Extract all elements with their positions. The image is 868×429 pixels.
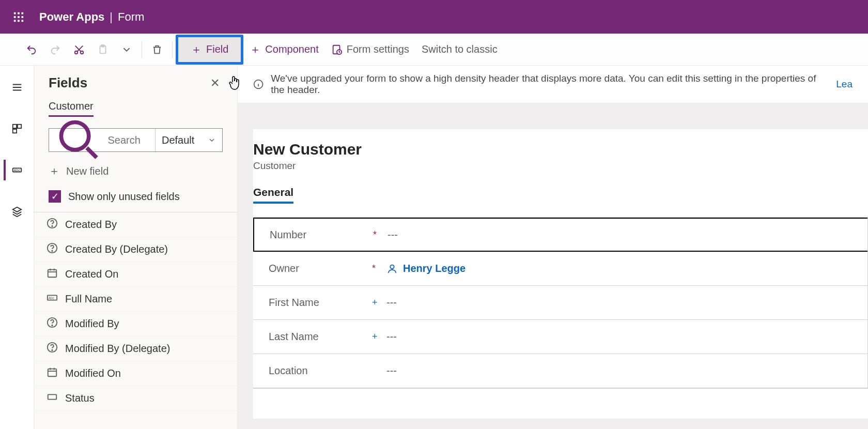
info-link[interactable]: Lea [836,79,853,90]
form-settings-icon [331,44,343,55]
svg-point-9 [75,51,78,54]
field-list-item[interactable]: Modified By (Delegate) [34,336,237,361]
add-component-button[interactable]: ＋ Component [243,34,324,65]
info-text: We've upgraded your form to show a high … [271,73,819,96]
delete-button[interactable] [145,34,169,65]
field-list-item[interactable]: Created By [34,212,237,237]
canvas-scroll[interactable]: New Customer Customer General Number*---… [238,103,868,429]
new-field-button[interactable]: ＋ New field [49,163,237,179]
form-field-row[interactable]: Owner*Henry Legge [253,252,867,286]
field-item-label: Created By (Delegate) [65,243,168,255]
field-item-label: Full Name [65,293,112,305]
svg-rect-32 [48,369,57,377]
field-list-item[interactable]: AbcFull Name [34,287,237,312]
box-icon [47,391,58,405]
field-label: First Name [269,297,372,309]
field-value-person[interactable]: Henry Legge [386,263,466,274]
add-field-button[interactable]: ＋ Field [176,35,243,65]
paste-dropdown[interactable] [115,34,138,65]
svg-rect-33 [48,394,57,399]
field-value[interactable]: --- [386,297,397,309]
field-list-item[interactable]: Modified On [34,361,237,386]
required-indicator: + [372,297,386,308]
paste-button[interactable] [91,34,115,65]
svg-point-29 [52,325,52,326]
fields-search-row: Default [49,128,223,152]
show-unused-checkbox[interactable]: ✓ Show only unused fields [49,190,237,203]
layers-rail-button[interactable] [5,201,29,222]
field-item-label: Status [65,392,95,404]
svg-text:Abc: Abc [49,296,55,300]
app-divider: | [110,10,113,24]
field-list-item[interactable]: Status [34,386,237,411]
app-page[interactable]: Form [118,10,144,24]
form-tab-general[interactable]: General [253,186,293,204]
field-item-label: Modified By [65,318,119,330]
form-field-row[interactable]: Location--- [253,354,867,388]
form-field-row[interactable]: First Name+--- [253,286,867,320]
cal-icon [47,366,58,380]
svg-rect-3 [14,16,16,18]
svg-text:Abc: Abc [13,168,20,173]
left-rail: Abc [0,66,34,429]
field-item-label: Created By [65,219,117,231]
add-component-label: Component [265,43,318,55]
svg-point-22 [52,226,52,226]
cal-icon [47,267,58,281]
field-list-item[interactable]: Created On [34,262,237,287]
svg-rect-15 [12,125,16,128]
form-settings-button[interactable]: Form settings [325,34,415,65]
form-subtitle: Customer [253,160,868,172]
fields-search[interactable] [49,129,155,151]
fields-filter-dropdown[interactable]: Default [155,129,222,151]
fields-rail-button[interactable]: Abc [4,160,28,180]
canvas: We've upgraded your form to show a high … [238,66,868,429]
undo-button[interactable] [20,34,43,65]
redo-button[interactable] [43,34,67,65]
q-icon [47,342,58,356]
svg-point-10 [81,51,84,54]
fields-pane-title: Fields [49,75,87,91]
info-bar: We've upgraded your form to show a high … [238,66,868,103]
field-item-label: Modified By (Delegate) [65,343,170,355]
svg-rect-7 [18,20,20,22]
components-rail-button[interactable] [5,118,29,139]
fields-search-input[interactable] [108,134,156,146]
svg-rect-6 [14,20,16,22]
form-field-row[interactable]: Number*--- [253,218,867,252]
svg-rect-2 [22,12,24,14]
fields-list: Created ByCreated By (Delegate)Created O… [34,212,237,411]
field-value[interactable]: --- [386,331,397,343]
field-value[interactable]: --- [386,365,397,377]
search-icon [55,116,103,164]
plus-icon: ＋ [250,42,261,57]
svg-rect-25 [48,270,57,278]
close-fields-pane-button[interactable]: ✕ [207,75,223,91]
svg-rect-16 [17,125,21,128]
field-label: Number [270,229,373,241]
app-header: Power Apps | Form [0,0,868,34]
abc-icon: Abc [47,292,58,306]
hand-cursor-icon [227,75,241,94]
svg-rect-4 [18,16,20,18]
plus-icon: ＋ [49,163,60,179]
field-list-item[interactable]: Modified By [34,312,237,336]
checkmark-icon: ✓ [49,190,61,203]
waffle-icon[interactable] [8,7,29,27]
switch-classic-button[interactable]: Switch to classic [415,34,504,65]
field-value[interactable]: --- [388,229,398,241]
add-field-label: Field [206,43,228,55]
form-title: New Customer [253,141,868,158]
separator [172,41,173,58]
field-label: Owner [269,263,372,274]
field-list-item[interactable]: Created By (Delegate) [34,237,237,262]
fields-pane-tab[interactable]: Customer [49,100,94,117]
q-icon [47,218,58,232]
app-title[interactable]: Power Apps [39,10,104,24]
field-item-label: Created On [65,268,118,280]
cut-button[interactable] [67,34,91,65]
hamburger-button[interactable] [5,77,29,98]
show-unused-label: Show only unused fields [68,191,180,203]
form-field-row[interactable]: Last Name+--- [253,320,867,354]
svg-rect-5 [22,16,24,18]
